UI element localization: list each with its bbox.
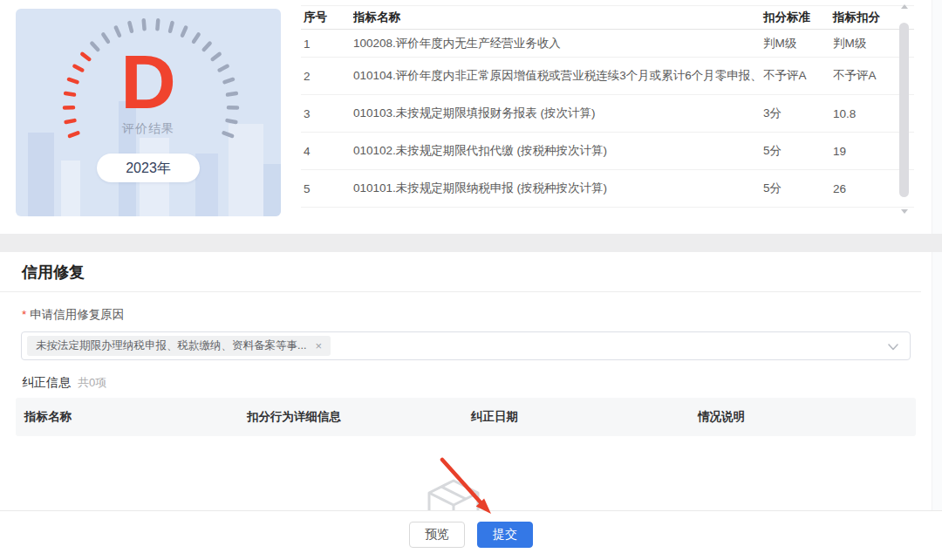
row-standard: 5分 (763, 143, 782, 159)
year-badge: 2023年 (97, 154, 200, 182)
table-scrollbar[interactable] (898, 2, 911, 216)
row-no: 2 (304, 70, 311, 83)
section-separator-band (0, 234, 942, 252)
col-header-no: 序号 (304, 10, 327, 25)
grade-letter: D (16, 44, 281, 120)
row-no: 4 (304, 145, 311, 158)
row-standard: 3分 (763, 106, 782, 121)
grade-caption: 评价结果 (16, 121, 281, 137)
preview-button[interactable]: 预览 (409, 522, 465, 548)
scrollbar-down-icon[interactable] (901, 209, 908, 214)
row-deduction: 10.8 (833, 107, 856, 120)
col-header-deduction: 指标扣分 (833, 10, 880, 25)
reason-tag: 未按法定期限办理纳税申报、税款缴纳、资料备案等事... × (27, 336, 331, 356)
row-indicator-name: 010104.评价年度内非正常原因增值税或营业税连续3个月或累计6个月零申报、.… (353, 68, 757, 84)
grade-stack: D 评价结果 (16, 44, 281, 137)
reason-tag-text: 未按法定期限办理纳税申报、税款缴纳、资料备案等事... (36, 338, 306, 353)
correction-info-row: 纠正信息共0项 (22, 375, 106, 391)
required-asterisk: * (22, 308, 26, 321)
submit-button[interactable]: 提交 (477, 522, 533, 548)
correction-table-header: 指标名称 扣分行为详细信息 纠正日期 情况说明 (16, 398, 916, 436)
row-deduction: 19 (833, 145, 846, 158)
table-row: 3 010103.未按规定期限填报财务报表 (按次计算) 3分 10.8 (301, 95, 914, 133)
row-deduction: 不予评A (833, 68, 877, 84)
row-indicator-name: 010103.未按规定期限填报财务报表 (按次计算) (353, 106, 757, 121)
col-header-standard: 扣分标准 (763, 10, 810, 25)
reason-label: *申请信用修复原因 (22, 307, 124, 323)
footer-action-bar: 预览 提交 (0, 510, 942, 560)
reason-label-text: 申请信用修复原因 (30, 308, 124, 321)
tag-close-icon[interactable]: × (315, 340, 322, 352)
credit-repair-page: { "colors": { "accent_red": "#f0432e", "… (0, 0, 942, 560)
score-table-header: 序号 指标名称 扣分标准 指标扣分 (301, 6, 914, 30)
page-right-gutter (932, 0, 942, 560)
table-row: 2 010104.评价年度内非正常原因增值税或营业税连续3个月或累计6个月零申报… (301, 58, 914, 95)
evaluation-result-card: D 评价结果 2023年 (16, 9, 281, 216)
correction-col-date: 纠正日期 (471, 409, 518, 425)
row-standard: 5分 (763, 181, 782, 196)
scrollbar-up-icon[interactable] (901, 4, 908, 9)
score-table-body: 1 100208.评价年度内无生产经营业务收入 判M级 判M级 2 010104… (301, 30, 914, 208)
table-row: 1 100208.评价年度内无生产经营业务收入 判M级 判M级 (301, 30, 914, 58)
section-divider (0, 291, 921, 292)
correction-col-detail: 扣分行为详细信息 (247, 409, 341, 425)
chevron-down-icon (888, 344, 898, 351)
row-standard: 不予评A (763, 68, 807, 84)
repair-section-title: 信用修复 (22, 262, 85, 283)
correction-count: 共0项 (78, 376, 106, 389)
col-header-name: 指标名称 (353, 10, 757, 25)
row-standard: 判M级 (763, 36, 796, 51)
row-indicator-name: 010102.未按规定期限代扣代缴 (按税种按次计算) (353, 143, 757, 159)
score-table: 序号 指标名称 扣分标准 指标扣分 1 100208.评价年度内无生产经营业务收… (301, 5, 914, 208)
row-deduction: 判M级 (833, 36, 866, 51)
row-no: 1 (304, 37, 311, 50)
row-no: 5 (304, 182, 311, 195)
row-indicator-name: 010101.未按规定期限纳税申报 (按税种按次计算) (353, 181, 757, 196)
row-indicator-name: 100208.评价年度内无生产经营业务收入 (353, 36, 757, 51)
table-row: 5 010101.未按规定期限纳税申报 (按税种按次计算) 5分 26 (301, 170, 914, 208)
row-deduction: 26 (833, 182, 846, 195)
table-row: 4 010102.未按规定期限代扣代缴 (按税种按次计算) 5分 19 (301, 133, 914, 170)
correction-col-note: 情况说明 (698, 409, 745, 425)
correction-info-label: 纠正信息 (22, 375, 71, 389)
correction-col-name: 指标名称 (24, 409, 72, 425)
scrollbar-thumb[interactable] (899, 23, 909, 197)
reason-select[interactable]: 未按法定期限办理纳税申报、税款缴纳、资料备案等事... × (21, 331, 911, 360)
row-no: 3 (304, 107, 311, 120)
